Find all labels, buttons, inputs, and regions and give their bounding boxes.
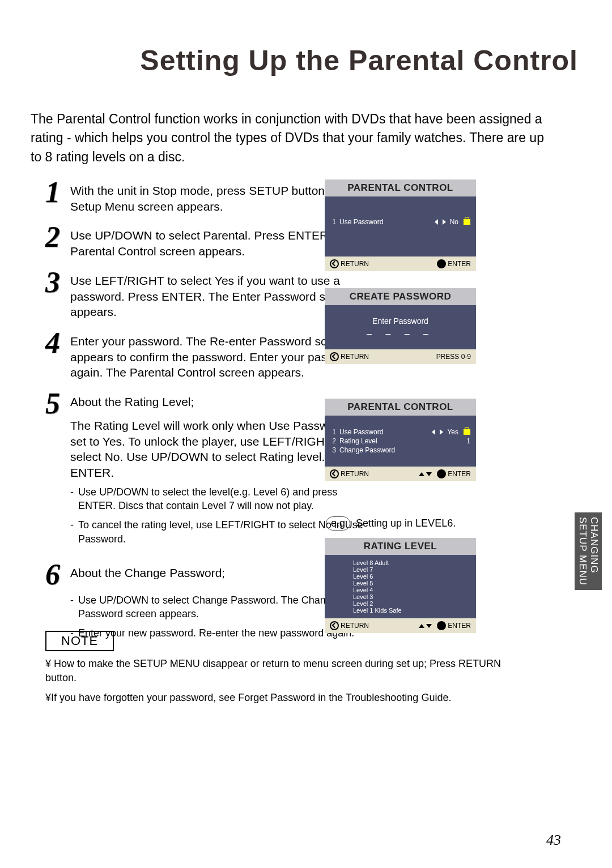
return-button: RETURN bbox=[330, 621, 369, 630]
example-label: e.g Setting up in LEVEL6. bbox=[326, 516, 456, 531]
return-icon bbox=[330, 352, 339, 361]
left-arrow-icon bbox=[432, 429, 435, 435]
right-arrow-icon bbox=[443, 219, 446, 225]
level-item: Level 8 Adult bbox=[330, 559, 470, 566]
level-item: Level 7 bbox=[330, 566, 470, 573]
instructions-list: 1 With the unit in Stop mode, press SETU… bbox=[45, 179, 368, 656]
level-item: Level 4 bbox=[330, 587, 470, 593]
osd-title: PARENTAL CONTROL bbox=[325, 399, 476, 416]
enter-icon bbox=[437, 621, 446, 630]
up-arrow-icon bbox=[419, 472, 424, 476]
osd-row: 1Use Password Yes bbox=[330, 428, 470, 436]
step-number: 6 bbox=[45, 562, 70, 588]
step-number: 3 bbox=[45, 270, 70, 296]
page-number: 43 bbox=[546, 832, 561, 849]
step-number: 5 bbox=[45, 391, 70, 417]
osd-parental-yes: PARENTAL CONTROL 1Use Password Yes 2Rati… bbox=[325, 399, 476, 481]
enter-icon bbox=[437, 259, 446, 268]
step-1: 1 With the unit in Stop mode, press SETU… bbox=[45, 179, 368, 214]
osd-rating-level: RATING LEVEL Level 8 Adult Level 7 Level… bbox=[325, 538, 476, 633]
step-text: Use UP/DOWN to select Parental. Press EN… bbox=[70, 224, 368, 259]
step-number: 2 bbox=[45, 224, 70, 251]
osd-parental-no: PARENTAL CONTROL 1 Use Password No RETUR… bbox=[325, 179, 476, 271]
return-icon bbox=[330, 259, 339, 268]
step-extra: The Rating Level will work only when Use… bbox=[70, 418, 368, 481]
step-number: 1 bbox=[45, 179, 70, 206]
return-button: RETURN bbox=[330, 352, 369, 361]
step-sub: -Use UP/DOWN to select the level(e.g. Le… bbox=[70, 485, 368, 513]
level-item: Level 2 bbox=[330, 600, 470, 607]
up-arrow-icon bbox=[419, 624, 424, 628]
osd-title: PARENTAL CONTROL bbox=[325, 179, 476, 196]
note-item: ¥If you have forgotten your password, se… bbox=[45, 691, 521, 705]
down-arrow-icon bbox=[426, 472, 432, 476]
intro-paragraph: The Parental Control function works in c… bbox=[31, 110, 558, 166]
enter-password-label: Enter Password bbox=[325, 317, 476, 326]
side-tab: CHANGING SETUP MENU bbox=[575, 512, 602, 590]
osd-title: CREATE PASSWORD bbox=[325, 288, 476, 305]
notes-block: ¥ How to make the SETUP MENU disappear o… bbox=[45, 657, 521, 705]
note-item: ¥ How to make the SETUP MENU disappear o… bbox=[45, 657, 521, 685]
step-text: About the Rating Level; The Rating Level… bbox=[70, 391, 368, 551]
step-text: Enter your password. The Re-enter Passwo… bbox=[70, 330, 368, 380]
step-sub: -Use UP/DOWN to select Change Password. … bbox=[70, 593, 368, 621]
return-button: RETURN bbox=[330, 259, 369, 268]
return-icon bbox=[330, 469, 339, 478]
return-icon bbox=[330, 621, 339, 630]
step-4: 4 Enter your password. The Re-enter Pass… bbox=[45, 330, 368, 380]
step-sub: -To cancel the rating level, use LEFT/RI… bbox=[70, 518, 368, 546]
step-number: 4 bbox=[45, 330, 70, 357]
step-5: 5 About the Rating Level; The Rating Lev… bbox=[45, 391, 368, 551]
step-2: 2 Use UP/DOWN to select Parental. Press … bbox=[45, 224, 368, 259]
step-heading: About the Rating Level; bbox=[70, 394, 368, 410]
osd-title: RATING LEVEL bbox=[325, 538, 476, 555]
enter-button: ENTER bbox=[437, 259, 471, 268]
osd-row: 3Change Password bbox=[330, 446, 470, 454]
enter-button: ENTER bbox=[419, 621, 471, 630]
step-text: About the Change Password; -Use UP/DOWN … bbox=[70, 562, 368, 646]
down-arrow-icon bbox=[426, 624, 432, 628]
osd-row: 1 Use Password No bbox=[330, 218, 470, 226]
enter-button: ENTER bbox=[419, 469, 471, 478]
left-arrow-icon bbox=[435, 219, 438, 225]
step-3: 3 Use LEFT/RIGHT to select Yes if you wa… bbox=[45, 270, 368, 320]
enter-icon bbox=[437, 469, 446, 478]
return-button: RETURN bbox=[330, 469, 369, 478]
note-heading: NOTE bbox=[45, 631, 114, 651]
level-item: Level 1 Kids Safe bbox=[330, 607, 470, 614]
press-0-9-label: PRESS 0-9 bbox=[436, 353, 471, 361]
right-arrow-icon bbox=[440, 429, 443, 435]
osd-create-password: CREATE PASSWORD Enter Password – – – – R… bbox=[325, 288, 476, 364]
level-item: Level 3 bbox=[330, 593, 470, 600]
step-text: Use LEFT/RIGHT to select Yes if you want… bbox=[70, 270, 368, 320]
lock-icon bbox=[464, 219, 470, 225]
step-sub: -Enter your new password. Re-enter the n… bbox=[70, 626, 368, 640]
level-item: Level 5 bbox=[330, 580, 470, 587]
level-item: Level 6 bbox=[330, 573, 470, 580]
step-text: With the unit in Stop mode, press SETUP … bbox=[70, 179, 368, 214]
page-title: Setting Up the Parental Control bbox=[0, 44, 578, 77]
password-dashes: – – – – bbox=[325, 329, 476, 339]
step-heading: About the Change Password; bbox=[70, 565, 368, 581]
osd-row: 2Rating Level1 bbox=[330, 437, 470, 445]
lock-icon bbox=[464, 429, 470, 435]
